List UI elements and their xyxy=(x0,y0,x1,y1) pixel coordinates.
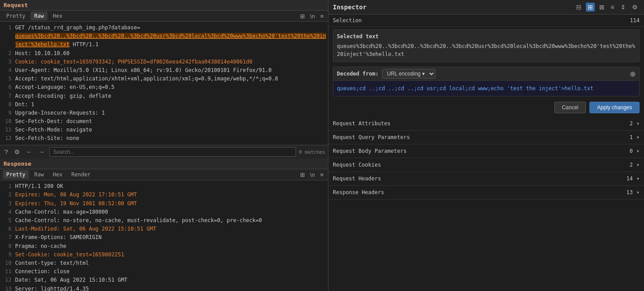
accordion-count-3: 2 xyxy=(630,162,633,168)
tab-resp-pretty[interactable]: Pretty xyxy=(3,170,29,179)
inspector-icons: ⊟ ⊞ ⊠ ≡ ⇕ ⚙ xyxy=(574,3,640,12)
wrap-icon[interactable]: \n xyxy=(308,12,317,20)
chevron-icon-3: ▾ xyxy=(636,162,640,168)
chevron-icon-1: ▾ xyxy=(636,134,640,140)
resp-line-12: 12 Date: Sat, 06 Aug 2022 15:10:51 GMT xyxy=(0,276,328,284)
code-line-5: 5 Accept: text/html,application/xhtml+xm… xyxy=(0,75,328,83)
decoded-header: Decoded from: URL encoding ▾ ⊕ xyxy=(333,67,640,80)
encoding-dropdown[interactable]: URL encoding ▾ xyxy=(382,69,435,79)
accordion-count-5: 13 xyxy=(626,189,632,195)
split-icon[interactable]: ⇕ xyxy=(619,3,628,12)
help-icon[interactable]: ? xyxy=(3,147,10,156)
tab-raw[interactable]: Raw xyxy=(31,12,47,20)
tab-resp-raw[interactable]: Raw xyxy=(31,170,47,179)
left-panel: Request Pretty Raw Hex ⊞ \n ≡ 1 GET /sta… xyxy=(0,0,328,291)
chevron-icon-5: ▾ xyxy=(636,189,640,195)
layout-icon-1[interactable]: ⊟ xyxy=(574,3,583,12)
back-icon[interactable]: ← xyxy=(24,147,34,156)
accordion-header-2[interactable]: Request Body Parameters 0 ▾ xyxy=(328,144,644,158)
forward-icon[interactable]: → xyxy=(37,147,47,156)
accordion-count-0: 2 xyxy=(630,120,633,127)
decoded-label: Decoded from: xyxy=(337,71,379,77)
resp-wrap-icon[interactable]: \n xyxy=(308,171,317,179)
accordion-header-4[interactable]: Request Headers 14 ▾ xyxy=(328,172,644,185)
accordion-count-4: 14 xyxy=(626,175,632,182)
tab-pretty[interactable]: Pretty xyxy=(3,12,29,20)
accordion-request-headers: Request Headers 14 ▾ xyxy=(328,172,644,186)
inspector-title: Inspector xyxy=(333,4,574,11)
resp-line-11: 11 Connection: close xyxy=(0,267,328,276)
match-count: 0 matches xyxy=(299,149,325,155)
search-input[interactable] xyxy=(49,147,296,157)
resp-line-9: 9 Set-Cookie: cookie_test=1659802251 xyxy=(0,251,328,259)
settings-icon[interactable]: ⚙ xyxy=(630,3,640,12)
accordion-request-attributes: Request Attributes 2 ▾ xyxy=(328,117,644,131)
apply-changes-button[interactable]: Apply changes xyxy=(589,102,640,113)
code-line-10: 10 Sec-Fetch-Dest: document xyxy=(0,117,328,126)
resp-line-8: 8 Pragma: no-cache xyxy=(0,242,328,251)
tab-resp-hex[interactable]: Hex xyxy=(49,170,66,179)
resp-line-13: 13 Server: lighttpd/1.4.35 xyxy=(0,285,328,291)
add-encoding-button[interactable]: ⊕ xyxy=(630,70,636,78)
accordion-cookies: Request Cookies 2 ▾ xyxy=(328,158,644,172)
response-code-area: 1 HTTP/1.1 200 OK 2 Expires: Mon, 08 Aug… xyxy=(0,180,328,291)
tab-hex[interactable]: Hex xyxy=(49,12,66,20)
decoded-content: queues;cd ..;cd ..;cd ..;cd usr;cd local… xyxy=(333,80,640,96)
selected-text-label: Selected text xyxy=(337,33,636,40)
resp-line-4: 4 Cache-Control: max-age=180000 xyxy=(0,208,328,216)
code-line-3: 3 Cookie: cookie_test=1659793342; PHPSES… xyxy=(0,58,328,66)
search-bar: ? ⚙ ← → 0 matches xyxy=(0,145,328,159)
accordion-title-2: Request Body Parameters xyxy=(333,148,630,154)
inspector-header: Inspector ⊟ ⊞ ⊠ ≡ ⇕ ⚙ xyxy=(328,0,644,15)
accordion-header-3[interactable]: Request Cookies 2 ▾ xyxy=(328,158,644,171)
code-line-8: 8 Dnt: 1 xyxy=(0,100,328,109)
more-icon[interactable]: ≡ xyxy=(318,12,325,20)
resp-line-10: 10 Content-type: text/html xyxy=(0,259,328,267)
resp-more-icon[interactable]: ≡ xyxy=(318,171,325,179)
accordion-response-headers: Response Headers 13 ▾ xyxy=(328,186,644,199)
accordion-title-5: Response Headers xyxy=(333,189,626,195)
decoded-section: Decoded from: URL encoding ▾ ⊕ queues;cd… xyxy=(333,67,640,96)
request-title: Request xyxy=(0,0,328,11)
request-tabs-bar: Pretty Raw Hex ⊞ \n ≡ xyxy=(0,11,328,22)
layout-icon-2[interactable]: ⊞ xyxy=(586,3,595,12)
accordion-body-params: Request Body Parameters 0 ▾ xyxy=(328,144,644,158)
selection-count: 114 xyxy=(630,17,640,24)
tab-resp-render[interactable]: Render xyxy=(68,170,94,179)
code-line-1: 1 GET /status_rrd_graph_img.php?database… xyxy=(0,24,328,49)
accordion-title-1: Request Query Parameters xyxy=(333,134,630,140)
pretty-print-icon[interactable]: ⊞ xyxy=(298,12,307,20)
resp-line-3: 3 Expires: Thu, 19 Nov 1981 08:52:00 GMT xyxy=(0,199,328,208)
selection-row: Selection 114 xyxy=(328,15,644,27)
request-code-area: 1 GET /status_rrd_graph_img.php?database… xyxy=(0,22,328,145)
response-title: Response xyxy=(0,159,328,169)
layout-icon-3[interactable]: ⊠ xyxy=(597,3,606,12)
chevron-icon-4: ▾ xyxy=(636,175,640,182)
accordion-count-2: 0 xyxy=(630,148,633,154)
accordion-container: Request Attributes 2 ▾ Request Query Par… xyxy=(328,117,644,291)
accordion-query-params: Request Query Parameters 1 ▾ xyxy=(328,131,644,144)
resp-pretty-print-icon[interactable]: ⊞ xyxy=(298,171,307,179)
accordion-header-0[interactable]: Request Attributes 2 ▾ xyxy=(328,117,644,130)
code-line-6: 6 Accept-Language: en-US,en;q=0.5 xyxy=(0,83,328,92)
request-tab-icons: ⊞ \n ≡ xyxy=(298,12,325,20)
code-line-11: 11 Sec-Fetch-Mode: navigate xyxy=(0,126,328,134)
align-icon[interactable]: ≡ xyxy=(609,3,616,12)
code-line-12: 12 Sec-Fetch-Site: none xyxy=(0,134,328,143)
code-line-9: 9 Upgrade-Insecure-Requests: 1 xyxy=(0,109,328,117)
response-tabs-bar: Pretty Raw Hex Render ⊞ \n ≡ xyxy=(0,169,328,180)
code-line-2: 2 Host: 10.10.10.60 xyxy=(0,49,328,58)
chevron-icon-0: ▾ xyxy=(636,120,640,127)
code-line-4: 4 User-Agent: Mozilla/5.0 (X11; Linux x8… xyxy=(0,66,328,75)
resp-line-5: 5 Cache-Control: no-store, no-cache, mus… xyxy=(0,216,328,225)
code-line-7: 7 Accept-Encoding: gzip, deflate xyxy=(0,92,328,100)
accordion-header-5[interactable]: Response Headers 13 ▾ xyxy=(328,186,644,199)
right-panel: Inspector ⊟ ⊞ ⊠ ≡ ⇕ ⚙ Selection 114 Sele… xyxy=(328,0,644,291)
cancel-button[interactable]: Cancel xyxy=(554,102,586,113)
accordion-title-3: Request Cookies xyxy=(333,162,630,168)
settings-icon[interactable]: ⚙ xyxy=(12,147,22,156)
response-section: Response Pretty Raw Hex Render ⊞ \n ≡ 1 … xyxy=(0,159,328,291)
chevron-icon-2: ▾ xyxy=(636,148,640,154)
accordion-header-1[interactable]: Request Query Parameters 1 ▾ xyxy=(328,131,644,144)
selection-label: Selection xyxy=(333,17,362,24)
